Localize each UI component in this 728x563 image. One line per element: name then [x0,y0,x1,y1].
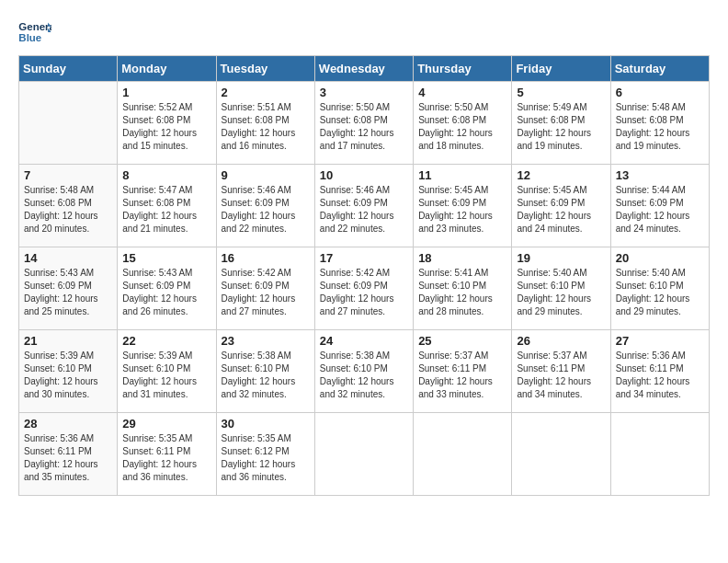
calendar-day-cell [314,413,413,496]
weekday-header-cell: Wednesday [314,56,413,82]
day-info: Sunrise: 5:51 AM Sunset: 6:08 PM Dayligh… [222,101,310,153]
weekday-header-row: SundayMondayTuesdayWednesdayThursdayFrid… [19,56,710,82]
day-info: Sunrise: 5:49 AM Sunset: 6:08 PM Dayligh… [517,101,605,153]
day-info: Sunrise: 5:43 AM Sunset: 6:09 PM Dayligh… [122,267,210,318]
calendar-day-cell [610,413,709,496]
day-number: 26 [517,334,605,348]
day-number: 10 [320,168,408,182]
calendar-day-cell: 25Sunrise: 5:37 AM Sunset: 6:11 PM Dayli… [414,330,512,413]
day-info: Sunrise: 5:40 AM Sunset: 6:10 PM Dayligh… [517,267,605,318]
day-number: 24 [320,334,408,348]
calendar-day-cell: 17Sunrise: 5:42 AM Sunset: 6:09 PM Dayli… [314,247,413,330]
calendar-body: 1Sunrise: 5:52 AM Sunset: 6:08 PM Daylig… [19,82,710,496]
calendar-day-cell: 9Sunrise: 5:46 AM Sunset: 6:09 PM Daylig… [216,165,314,247]
day-info: Sunrise: 5:42 AM Sunset: 6:09 PM Dayligh… [222,267,310,318]
day-info: Sunrise: 5:36 AM Sunset: 6:11 PM Dayligh… [24,432,112,484]
day-info: Sunrise: 5:52 AM Sunset: 6:08 PM Dayligh… [122,101,210,153]
weekday-header-cell: Saturday [610,56,709,82]
calendar-table: SundayMondayTuesdayWednesdayThursdayFrid… [18,55,710,496]
day-number: 28 [24,417,112,431]
calendar-week-row: 28Sunrise: 5:36 AM Sunset: 6:11 PM Dayli… [19,413,710,496]
weekday-header-cell: Monday [118,56,216,82]
calendar-day-cell: 20Sunrise: 5:40 AM Sunset: 6:10 PM Dayli… [610,247,709,330]
weekday-header-cell: Thursday [414,56,512,82]
day-number: 6 [616,86,704,99]
calendar-day-cell: 2Sunrise: 5:51 AM Sunset: 6:08 PM Daylig… [216,82,314,165]
calendar-day-cell: 7Sunrise: 5:48 AM Sunset: 6:08 PM Daylig… [19,165,118,247]
day-info: Sunrise: 5:47 AM Sunset: 6:08 PM Dayligh… [122,184,210,236]
day-info: Sunrise: 5:42 AM Sunset: 6:09 PM Dayligh… [320,267,408,318]
day-info: Sunrise: 5:43 AM Sunset: 6:09 PM Dayligh… [24,267,112,318]
day-number: 19 [517,251,605,265]
calendar-day-cell: 1Sunrise: 5:52 AM Sunset: 6:08 PM Daylig… [118,82,216,165]
day-number: 13 [616,168,704,182]
day-number: 4 [418,86,506,99]
day-number: 11 [418,168,506,182]
calendar-day-cell [512,413,610,496]
day-info: Sunrise: 5:50 AM Sunset: 6:08 PM Dayligh… [320,101,408,153]
calendar-day-cell: 4Sunrise: 5:50 AM Sunset: 6:08 PM Daylig… [414,82,512,165]
calendar-day-cell [414,413,512,496]
day-number: 27 [616,334,704,348]
day-number: 21 [24,334,112,348]
calendar-day-cell: 29Sunrise: 5:35 AM Sunset: 6:11 PM Dayli… [118,413,216,496]
calendar-day-cell: 5Sunrise: 5:49 AM Sunset: 6:08 PM Daylig… [512,82,610,165]
weekday-header-cell: Sunday [19,56,118,82]
calendar-week-row: 14Sunrise: 5:43 AM Sunset: 6:09 PM Dayli… [19,247,710,330]
calendar-day-cell: 13Sunrise: 5:44 AM Sunset: 6:09 PM Dayli… [610,165,709,247]
day-info: Sunrise: 5:46 AM Sunset: 6:09 PM Dayligh… [222,184,310,236]
day-number: 2 [222,86,310,99]
day-number: 1 [122,86,210,99]
day-info: Sunrise: 5:48 AM Sunset: 6:08 PM Dayligh… [616,101,704,153]
day-info: Sunrise: 5:44 AM Sunset: 6:09 PM Dayligh… [616,184,704,236]
day-number: 5 [517,86,605,99]
calendar-day-cell: 10Sunrise: 5:46 AM Sunset: 6:09 PM Dayli… [314,165,413,247]
calendar-day-cell: 11Sunrise: 5:45 AM Sunset: 6:09 PM Dayli… [414,165,512,247]
calendar-day-cell [19,82,118,165]
day-info: Sunrise: 5:35 AM Sunset: 6:12 PM Dayligh… [222,432,310,484]
logo-icon: General Blue [18,18,51,46]
calendar-day-cell: 12Sunrise: 5:45 AM Sunset: 6:09 PM Dayli… [512,165,610,247]
day-number: 7 [24,168,112,182]
svg-text:General: General [18,21,51,32]
day-info: Sunrise: 5:48 AM Sunset: 6:08 PM Dayligh… [24,184,112,236]
calendar-day-cell: 23Sunrise: 5:38 AM Sunset: 6:10 PM Dayli… [216,330,314,413]
day-number: 20 [616,251,704,265]
day-number: 17 [320,251,408,265]
page-header: General Blue [18,18,710,46]
day-number: 22 [122,334,210,348]
day-info: Sunrise: 5:45 AM Sunset: 6:09 PM Dayligh… [517,184,605,236]
calendar-day-cell: 18Sunrise: 5:41 AM Sunset: 6:10 PM Dayli… [414,247,512,330]
day-number: 29 [122,417,210,431]
calendar-day-cell: 8Sunrise: 5:47 AM Sunset: 6:08 PM Daylig… [118,165,216,247]
calendar-day-cell: 19Sunrise: 5:40 AM Sunset: 6:10 PM Dayli… [512,247,610,330]
day-number: 15 [122,251,210,265]
calendar-day-cell: 21Sunrise: 5:39 AM Sunset: 6:10 PM Dayli… [19,330,118,413]
day-info: Sunrise: 5:41 AM Sunset: 6:10 PM Dayligh… [418,267,506,318]
calendar-day-cell: 16Sunrise: 5:42 AM Sunset: 6:09 PM Dayli… [216,247,314,330]
day-number: 12 [517,168,605,182]
calendar-day-cell: 14Sunrise: 5:43 AM Sunset: 6:09 PM Dayli… [19,247,118,330]
day-info: Sunrise: 5:37 AM Sunset: 6:11 PM Dayligh… [517,350,605,401]
day-info: Sunrise: 5:39 AM Sunset: 6:10 PM Dayligh… [122,350,210,401]
day-number: 14 [24,251,112,265]
calendar-day-cell: 30Sunrise: 5:35 AM Sunset: 6:12 PM Dayli… [216,413,314,496]
day-info: Sunrise: 5:50 AM Sunset: 6:08 PM Dayligh… [418,101,506,153]
calendar-week-row: 21Sunrise: 5:39 AM Sunset: 6:10 PM Dayli… [19,330,710,413]
calendar-day-cell: 27Sunrise: 5:36 AM Sunset: 6:11 PM Dayli… [610,330,709,413]
day-info: Sunrise: 5:38 AM Sunset: 6:10 PM Dayligh… [222,350,310,401]
day-number: 8 [122,168,210,182]
day-info: Sunrise: 5:46 AM Sunset: 6:09 PM Dayligh… [320,184,408,236]
weekday-header-cell: Tuesday [216,56,314,82]
calendar-day-cell: 22Sunrise: 5:39 AM Sunset: 6:10 PM Dayli… [118,330,216,413]
day-info: Sunrise: 5:39 AM Sunset: 6:10 PM Dayligh… [24,350,112,401]
logo: General Blue [18,18,51,46]
calendar-day-cell: 6Sunrise: 5:48 AM Sunset: 6:08 PM Daylig… [610,82,709,165]
weekday-header-cell: Friday [512,56,610,82]
calendar-day-cell: 26Sunrise: 5:37 AM Sunset: 6:11 PM Dayli… [512,330,610,413]
day-number: 18 [418,251,506,265]
day-number: 23 [222,334,310,348]
day-number: 16 [222,251,310,265]
calendar-week-row: 1Sunrise: 5:52 AM Sunset: 6:08 PM Daylig… [19,82,710,165]
day-number: 9 [222,168,310,182]
